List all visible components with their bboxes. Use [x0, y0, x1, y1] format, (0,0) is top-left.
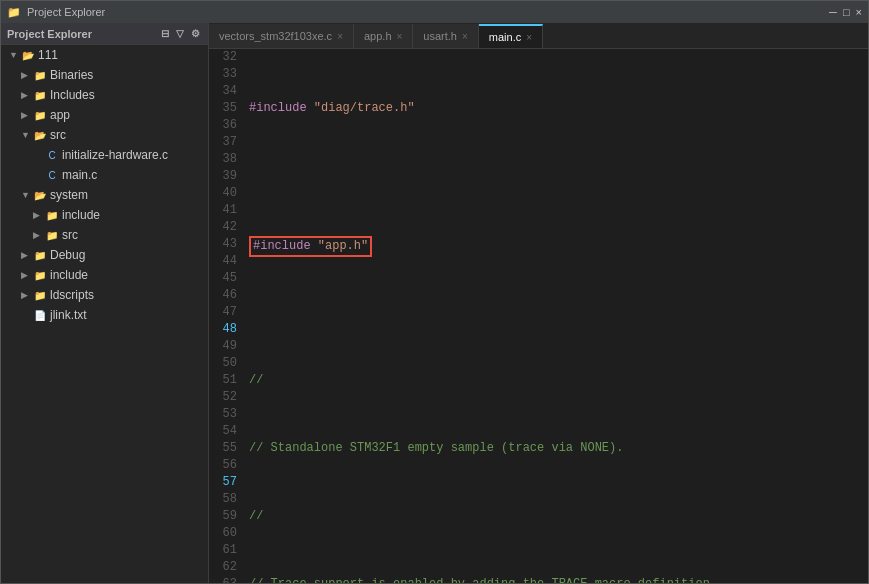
- tree-item-binaries[interactable]: ▶ 📁 Binaries: [1, 65, 208, 85]
- tree-item-root[interactable]: ▼ 📂 111: [1, 45, 208, 65]
- title-text: Project Explorer: [27, 6, 105, 18]
- title-icon: 📁: [7, 6, 21, 19]
- sidebar-header: Project Explorer ⊟ ▽ ⚙: [1, 23, 208, 45]
- tree-label-debug: Debug: [50, 248, 85, 262]
- tree-item-includes[interactable]: ▶ 📁 Includes: [1, 85, 208, 105]
- app-container: 📁 Project Explorer ─ □ × Project Explore…: [0, 0, 869, 584]
- title-bar: 📁 Project Explorer ─ □ ×: [1, 1, 868, 23]
- tab-usarth-close[interactable]: ×: [462, 31, 468, 42]
- tree-label-root: 111: [38, 48, 58, 62]
- tree-item-ldscripts[interactable]: ▶ 📁 ldscripts: [1, 285, 208, 305]
- tree-item-system[interactable]: ▼ 📂 system: [1, 185, 208, 205]
- tree-label-includes: Includes: [50, 88, 95, 102]
- tab-mainc-close[interactable]: ×: [526, 32, 532, 43]
- tree-item-debug[interactable]: ▶ 📁 Debug: [1, 245, 208, 265]
- sidebar-title-text: Project Explorer: [7, 28, 92, 40]
- editor-area: vectors_stm32f103xe.c × app.h × usart.h …: [209, 23, 868, 583]
- code-editor[interactable]: 32 33 34 35 36 37 38 39 40 41 42 43 44 4…: [209, 49, 868, 583]
- close-btn[interactable]: ×: [856, 6, 862, 18]
- tree-item-src[interactable]: ▼ 📂 src: [1, 125, 208, 145]
- tree-item-sys-src[interactable]: ▶ 📁 src: [1, 225, 208, 245]
- tree-item-jlink[interactable]: 📄 jlink.txt: [1, 305, 208, 325]
- tab-apph-close[interactable]: ×: [397, 31, 403, 42]
- tree-item-init-hardware[interactable]: C initialize-hardware.c: [1, 145, 208, 165]
- tab-apph[interactable]: app.h ×: [354, 24, 413, 48]
- line-numbers: 32 33 34 35 36 37 38 39 40 41 42 43 44 4…: [209, 49, 245, 583]
- tree-label-src: src: [50, 128, 66, 142]
- tab-vectors-close[interactable]: ×: [337, 31, 343, 42]
- minimize-btn[interactable]: ─: [829, 6, 837, 18]
- tree-label-jlink: jlink.txt: [50, 308, 87, 322]
- filter-btn[interactable]: ▽: [174, 27, 186, 40]
- maximize-btn[interactable]: □: [843, 6, 850, 18]
- tab-vectors-label: vectors_stm32f103xe.c: [219, 30, 332, 42]
- tree-label-main-c: main.c: [62, 168, 97, 182]
- tab-mainc-label: main.c: [489, 31, 521, 43]
- tab-usarth-label: usart.h: [423, 30, 457, 42]
- tree-item-sys-include[interactable]: ▶ 📁 include: [1, 205, 208, 225]
- tree-label-sys-src: src: [62, 228, 78, 242]
- collapse-all-btn[interactable]: ⊟: [159, 27, 171, 40]
- tab-apph-label: app.h: [364, 30, 392, 42]
- tab-mainc[interactable]: main.c ×: [479, 24, 543, 48]
- tree-item-app[interactable]: ▶ 📁 app: [1, 105, 208, 125]
- file-tabs: vectors_stm32f103xe.c × app.h × usart.h …: [209, 23, 868, 49]
- tree-item-main-c[interactable]: C main.c: [1, 165, 208, 185]
- tree-label-app: app: [50, 108, 70, 122]
- code-content[interactable]: #include "diag/trace.h" #include "app.h"…: [245, 49, 868, 583]
- tree-label-sys-include: include: [62, 208, 100, 222]
- tree-label-include: include: [50, 268, 88, 282]
- tree-item-include[interactable]: ▶ 📁 include: [1, 265, 208, 285]
- sidebar: Project Explorer ⊟ ▽ ⚙ ▼ 📂 111: [1, 23, 209, 583]
- tab-vectors[interactable]: vectors_stm32f103xe.c ×: [209, 24, 354, 48]
- tree-label-binaries: Binaries: [50, 68, 93, 82]
- tree-label-init-hardware: initialize-hardware.c: [62, 148, 168, 162]
- tree-label-system: system: [50, 188, 88, 202]
- tab-usarth[interactable]: usart.h ×: [413, 24, 478, 48]
- tree-label-ldscripts: ldscripts: [50, 288, 94, 302]
- settings-btn[interactable]: ⚙: [189, 27, 202, 40]
